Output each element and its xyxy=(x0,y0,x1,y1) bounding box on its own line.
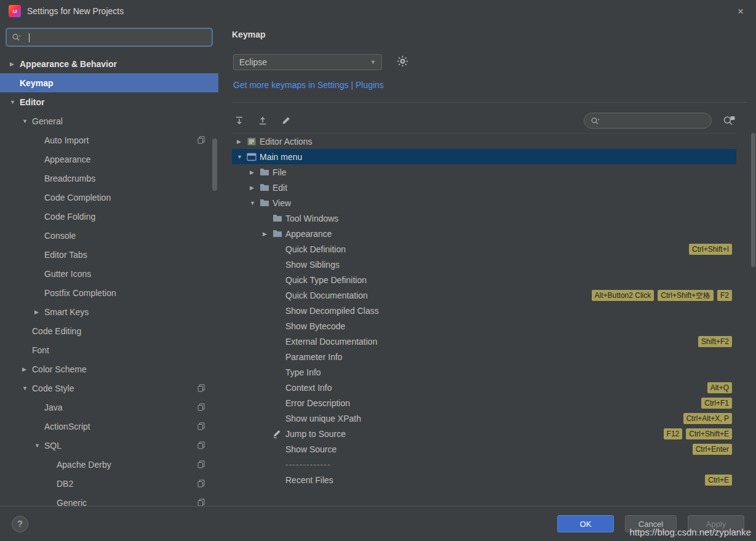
keymap-tree-item-view[interactable]: ▼View xyxy=(232,195,736,210)
tree-expanded-arrow-icon[interactable]: ▼ xyxy=(22,385,32,391)
tree-collapsed-arrow-icon[interactable]: ▶ xyxy=(250,169,260,175)
keymap-tree-separator[interactable]: ------------- xyxy=(232,457,736,472)
tree-scrollbar[interactable] xyxy=(751,133,755,267)
apply-button[interactable]: Apply xyxy=(688,515,744,532)
sidebar-item-actionscript[interactable]: ActionScript xyxy=(0,417,218,436)
sidebar-item-editor[interactable]: ▼Editor xyxy=(0,92,218,111)
keymap-tree-item-external-documentation[interactable]: External DocumentationShift+F2 xyxy=(232,334,736,349)
shared-settings-icon xyxy=(197,460,205,468)
keymap-item-label: Parameter Info xyxy=(285,352,343,362)
shortcut-badges: Ctrl+Shift+I xyxy=(689,244,732,255)
keymap-tree-item-show-source[interactable]: Show SourceCtrl+Enter xyxy=(232,441,736,457)
sidebar-item-label: Breadcrumbs xyxy=(44,174,95,183)
tree-collapsed-arrow-icon[interactable]: ▶ xyxy=(250,185,260,191)
tree-collapsed-arrow-icon[interactable]: ▶ xyxy=(10,61,20,67)
sidebar-item-java[interactable]: Java xyxy=(0,398,218,417)
shortcut-badge: Alt+Button2 Click xyxy=(592,290,655,301)
keymap-tree-item-main-menu[interactable]: ▼Main menu xyxy=(232,149,736,164)
sidebar-item-breadcrumbs[interactable]: Breadcrumbs xyxy=(0,169,218,188)
keymap-item-label: Context Info xyxy=(285,383,332,393)
keymap-tree-item-jump-to-source[interactable]: Jump to SourceF12Ctrl+Shift+E xyxy=(232,426,736,441)
sidebar-item-smart-keys[interactable]: ▶Smart Keys xyxy=(0,302,218,321)
sidebar-item-code-completion[interactable]: Code Completion xyxy=(0,188,218,207)
keymap-item-label: Quick Definition xyxy=(285,244,346,254)
tree-expanded-arrow-icon[interactable]: ▼ xyxy=(237,154,247,160)
sidebar-item-code-editing[interactable]: Code Editing xyxy=(0,321,218,340)
keymap-filter-input[interactable] xyxy=(603,116,712,126)
help-button[interactable]: ? xyxy=(12,516,28,532)
tree-collapsed-arrow-icon[interactable]: ▶ xyxy=(237,138,247,145)
keymap-tree-item-editor-actions[interactable]: ▶Editor Actions xyxy=(232,134,736,149)
close-button[interactable]: × xyxy=(734,5,747,18)
tree-expanded-arrow-icon[interactable]: ▼ xyxy=(34,443,44,449)
settings-search-input[interactable] xyxy=(24,33,207,42)
sidebar-item-postfix-completion[interactable]: Postfix Completion xyxy=(0,283,218,302)
keymap-filter-box[interactable] xyxy=(584,113,712,129)
tree-collapsed-arrow-icon[interactable]: ▶ xyxy=(34,309,44,315)
keymap-tree-item-quick-documentation[interactable]: Quick DocumentationAlt+Button2 ClickCtrl… xyxy=(232,287,736,303)
sidebar-item-editor-tabs[interactable]: Editor Tabs xyxy=(0,245,218,264)
sidebar-item-sql[interactable]: ▼SQL xyxy=(0,436,218,455)
sidebar-item-general[interactable]: ▼General xyxy=(0,111,218,130)
sidebar-item-appearance-behavior[interactable]: ▶Appearance & Behavior xyxy=(0,54,218,73)
cancel-button[interactable]: Cancel xyxy=(625,515,677,532)
ok-button[interactable]: OK xyxy=(557,515,614,532)
collapse-all-button[interactable] xyxy=(255,113,270,128)
keymap-select[interactable]: Eclipse ▼ xyxy=(233,54,382,70)
sidebar-item-apache-derby[interactable]: Apache Derby xyxy=(0,455,218,474)
tree-collapsed-arrow-icon[interactable]: ▶ xyxy=(263,231,273,237)
edit-button[interactable] xyxy=(279,113,293,128)
keymap-tree-item-show-siblings[interactable]: Show Siblings xyxy=(232,257,736,272)
sidebar-item-label: Code Style xyxy=(32,383,74,393)
keymap-tree-item-quick-definition[interactable]: Quick DefinitionCtrl+Shift+I xyxy=(232,241,736,257)
keymap-tree-item-appearance[interactable]: ▶Appearance xyxy=(232,226,736,241)
get-more-keymaps-link[interactable]: Get more keymaps in Settings | Plugins xyxy=(233,80,384,90)
keymap-toolbar xyxy=(232,110,738,131)
sidebar-item-label: Generic xyxy=(57,498,87,507)
sidebar-item-auto-import[interactable]: Auto Import xyxy=(0,130,218,150)
keymap-tree-item-show-unique-xpath[interactable]: Show unique XPathCtrl+Alt+X, P xyxy=(232,411,736,426)
keymap-item-label: Show unique XPath xyxy=(285,414,361,423)
footer: ? OK Cancel Apply xyxy=(0,506,756,541)
sidebar-scrollbar[interactable] xyxy=(212,138,217,191)
sidebar-item-keymap[interactable]: Keymap xyxy=(0,73,218,92)
sidebar-item-gutter-icons[interactable]: Gutter Icons xyxy=(0,264,218,283)
search-icon xyxy=(591,116,600,126)
sidebar-item-code-style[interactable]: ▼Code Style xyxy=(0,379,218,398)
keymap-tree-item-quick-type-definition[interactable]: Quick Type Definition xyxy=(232,272,736,287)
sidebar-item-color-scheme[interactable]: ▶Color Scheme xyxy=(0,359,218,379)
tree-expanded-arrow-icon[interactable]: ▼ xyxy=(10,99,20,105)
keymap-tree-item-file[interactable]: ▶File xyxy=(232,164,736,180)
shortcut-badges: F12Ctrl+Shift+E xyxy=(664,428,732,439)
keymap-tree-item-type-info[interactable]: Type Info xyxy=(232,364,736,380)
tree-expanded-arrow-icon[interactable]: ▼ xyxy=(22,118,32,124)
shortcut-badges: Ctrl+E xyxy=(705,475,732,486)
keymap-tree-item-error-description[interactable]: Error DescriptionCtrl+F1 xyxy=(232,395,736,411)
keymap-tree: ▶Editor Actions▼Main menu▶File▶Edit▼View… xyxy=(232,133,736,487)
expand-all-button[interactable] xyxy=(232,113,247,128)
shared-settings-icon xyxy=(197,384,205,392)
sidebar-item-font[interactable]: Font xyxy=(0,340,218,359)
shared-settings-icon xyxy=(197,499,205,506)
settings-search-box[interactable] xyxy=(6,28,212,46)
keymap-tree-item-recent-files[interactable]: Recent FilesCtrl+E xyxy=(232,472,736,487)
tree-collapsed-arrow-icon[interactable]: ▶ xyxy=(22,366,32,372)
sidebar-item-console[interactable]: Console xyxy=(0,226,218,245)
keymap-tree-item-tool-windows[interactable]: Tool Windows xyxy=(232,210,736,226)
keymap-tree-item-context-info[interactable]: Context InfoAlt+Q xyxy=(232,380,736,395)
sidebar-item-label: SQL xyxy=(44,441,62,451)
keymap-tree-item-show-bytecode[interactable]: Show Bytecode xyxy=(232,318,736,334)
keymap-tree-item-show-decompiled-class[interactable]: Show Decompiled Class xyxy=(232,303,736,318)
keymap-tree-item-edit[interactable]: ▶Edit xyxy=(232,180,736,195)
keymap-item-label: Show Decompiled Class xyxy=(285,306,379,316)
sidebar-item-appearance[interactable]: Appearance xyxy=(0,150,218,169)
tree-expanded-arrow-icon[interactable]: ▼ xyxy=(250,200,260,206)
keymap-panel: Keymap Eclipse ▼ Get more keymaps in Set… xyxy=(219,22,756,506)
gear-icon[interactable] xyxy=(397,55,408,67)
find-actions-by-shortcut-icon[interactable] xyxy=(720,113,738,129)
sidebar-item-code-folding[interactable]: Code Folding xyxy=(0,207,218,226)
sidebar-item-generic[interactable]: Generic xyxy=(0,493,218,506)
sidebar-item-db2[interactable]: DB2 xyxy=(0,474,218,493)
keymap-tree-item-parameter-info[interactable]: Parameter Info xyxy=(232,349,736,364)
shortcut-badges: Alt+Button2 ClickCtrl+Shift+空格F2 xyxy=(592,290,732,301)
